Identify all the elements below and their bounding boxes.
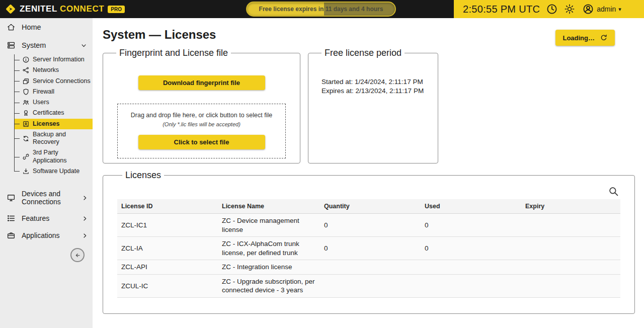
sidebar-item-label: Devices and Connections <box>22 190 75 206</box>
cell-license-name: ZC - Integration license <box>218 260 320 275</box>
sidebar-item-service-connections[interactable]: Service Connections <box>14 76 93 87</box>
table-row[interactable]: ZCL-API ZC - Integration license <box>117 260 620 275</box>
free-license-period-legend: Free license period <box>321 48 405 58</box>
home-icon <box>7 23 16 32</box>
top-bar: ZENITEL CONNECT PRO Free license expires… <box>0 0 644 18</box>
sidebar-item-devices-and-connections[interactable]: Devices and Connections <box>0 186 93 210</box>
brand: ZENITEL CONNECT PRO <box>5 0 125 18</box>
sidebar-item-licenses[interactable]: Licenses <box>14 119 93 129</box>
sidebar-item-users[interactable]: Users <box>14 97 93 108</box>
sidebar-item-3rd-party-applications[interactable]: 3rd Party Applications <box>14 147 93 166</box>
cell-license-name: ZC - Device management license <box>218 214 320 237</box>
cell-quantity <box>320 274 421 297</box>
user-menu[interactable]: admin ▾ <box>582 3 621 15</box>
header-right-panel: 2:50:55 PM UTC admin ▾ <box>454 0 644 18</box>
cell-license-name: ZC - ICX-AlphaCom trunk license, per def… <box>218 237 320 260</box>
link-icon <box>22 153 30 160</box>
sidebar-item-home[interactable]: Home <box>0 18 93 36</box>
refresh-loading-button[interactable]: Loading… <box>555 30 615 46</box>
service-connections-icon <box>22 77 30 85</box>
cell-license-id: ZCL-IC1 <box>117 214 218 237</box>
features-list-icon <box>7 214 16 223</box>
software-update-icon <box>22 168 30 175</box>
users-icon <box>22 99 30 106</box>
licenses-section-legend: Licenses <box>122 170 164 181</box>
table-header-row: License ID License Name Quantity Used Ex… <box>117 199 620 214</box>
sidebar-item-software-update[interactable]: Software Update <box>14 166 93 177</box>
sidebar-item-server-information[interactable]: Server Information <box>14 54 93 65</box>
column-header-quantity[interactable]: Quantity <box>320 199 421 214</box>
cell-quantity <box>320 260 421 275</box>
info-icon <box>22 56 30 63</box>
licenses-section: Licenses License ID License Name Quantit… <box>103 170 635 314</box>
sidebar-item-label: Backup and Recovery <box>33 131 92 146</box>
user-avatar-icon <box>582 3 594 15</box>
cell-used: 0 <box>421 214 521 237</box>
page-title: System — Licenses <box>103 28 216 42</box>
fingerprint-section: Fingerprint and License file Download fi… <box>103 48 300 163</box>
sidebar-item-label: Certificates <box>33 109 64 117</box>
sidebar: Home System Server Information Networks <box>0 18 93 328</box>
sidebar-item-certificates[interactable]: Certificates <box>14 108 93 118</box>
sidebar-item-firewall[interactable]: Firewall <box>14 87 93 97</box>
sidebar-item-label: 3rd Party Applications <box>33 149 92 165</box>
chevron-right-icon <box>81 232 89 239</box>
username: admin <box>597 5 616 13</box>
zenitel-logo-icon <box>5 4 16 15</box>
chevron-right-icon <box>81 215 89 222</box>
column-header-license-name[interactable]: License Name <box>218 199 320 214</box>
column-header-expiry[interactable]: Expiry <box>521 199 620 214</box>
cell-license-id: ZCL-IA <box>117 237 218 260</box>
sidebar-item-label: Firewall <box>33 88 54 96</box>
download-fingerprint-button[interactable]: Download fingerprint file <box>138 75 265 90</box>
certificate-icon <box>22 109 30 117</box>
license-file-dropzone[interactable]: Drag and drop file here, or click button… <box>117 104 286 158</box>
loading-button-label: Loading… <box>562 34 595 42</box>
sidebar-item-system[interactable]: System <box>0 36 93 54</box>
table-row[interactable]: ZCL-IC1 ZC - Device management license 0… <box>117 214 620 237</box>
dropzone-note: (Only *.lic files will be accepted) <box>122 121 281 127</box>
sidebar-item-label: Software Update <box>33 168 79 175</box>
table-row[interactable]: ZCL-IA ZC - ICX-AlphaCom trunk license, … <box>117 237 620 260</box>
cell-license-id: ZCL-API <box>117 260 218 275</box>
free-license-period-section: Free license period Started at: 1/24/202… <box>308 48 438 163</box>
cell-quantity: 0 <box>320 237 421 260</box>
select-file-button[interactable]: Click to select file <box>138 135 265 149</box>
search-icon[interactable] <box>608 186 619 197</box>
sidebar-item-label: Applications <box>22 231 75 239</box>
sidebar-collapse-button[interactable] <box>70 248 85 262</box>
license-expiry-banner: Free license expires in 11 days and 4 ho… <box>246 2 396 17</box>
sidebar-item-applications[interactable]: Applications <box>0 227 93 244</box>
period-expires-line: Expires at: 2/13/2024, 2:11:17 PM <box>321 87 430 96</box>
sidebar-item-networks[interactable]: Networks <box>14 65 93 75</box>
utc-clock: 2:50:55 PM UTC <box>463 4 540 15</box>
clock-icon[interactable] <box>546 3 558 15</box>
table-row[interactable]: ZCUL-IC ZC - Upgrade subscription, per c… <box>117 274 620 297</box>
sidebar-groups: Devices and Connections Features Applica… <box>0 186 93 244</box>
network-icon <box>22 66 30 74</box>
column-header-used[interactable]: Used <box>421 199 521 214</box>
pro-badge: PRO <box>108 6 125 13</box>
licenses-table: License ID License Name Quantity Used Ex… <box>117 199 620 298</box>
column-header-license-id[interactable]: License ID <box>117 199 218 214</box>
sidebar-item-label: Networks <box>33 66 59 74</box>
license-icon <box>22 120 30 128</box>
cell-license-name: ZC - Upgrade subscription, per connected… <box>218 274 320 297</box>
sidebar-item-features[interactable]: Features <box>0 210 93 227</box>
sidebar-item-label: Server Information <box>33 56 85 63</box>
period-started-line: Started at: 1/24/2024, 2:11:17 PM <box>321 77 430 87</box>
sidebar-item-label: Home <box>22 23 41 31</box>
system-submenu: Server Information Networks Service Conn… <box>14 54 93 179</box>
sidebar-item-label: Features <box>22 214 75 222</box>
cell-license-id: ZCUL-IC <box>117 274 218 297</box>
chevron-right-icon <box>81 194 89 202</box>
sidebar-item-backup-and-recovery[interactable]: Backup and Recovery <box>14 129 93 148</box>
cell-expiry <box>521 214 620 237</box>
shield-icon <box>22 88 30 96</box>
sidebar-item-label: Service Connections <box>33 77 91 85</box>
brand-name-primary: ZENITEL <box>20 4 57 14</box>
backup-recovery-icon <box>22 135 30 142</box>
sidebar-item-label: Licenses <box>33 120 60 128</box>
cell-used <box>421 260 521 275</box>
theme-sun-icon[interactable] <box>564 4 575 15</box>
